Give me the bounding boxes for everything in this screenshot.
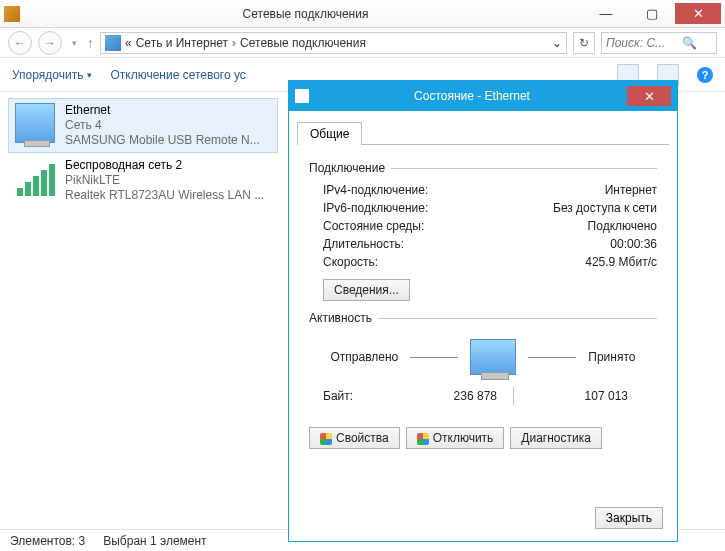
ethernet-icon: [15, 103, 55, 143]
tab-general[interactable]: Общие: [297, 122, 362, 145]
nav-up-icon[interactable]: ↑: [87, 35, 94, 51]
search-box[interactable]: 🔍: [601, 32, 717, 54]
bytes-received-value: 107 013: [530, 389, 628, 403]
nav-recent-button[interactable]: ▾: [68, 38, 81, 48]
connection-network: Сеть 4: [65, 118, 260, 133]
maximize-button[interactable]: ▢: [629, 3, 675, 24]
connection-name: Беспроводная сеть 2: [65, 158, 264, 173]
status-selection: Выбран 1 элемент: [103, 534, 206, 548]
speed-value: 425.9 Мбит/с: [585, 255, 657, 269]
breadcrumb-item-2[interactable]: Сетевые подключения: [240, 36, 366, 50]
status-count: Элементов: 3: [10, 534, 85, 548]
speed-label: Скорость:: [323, 255, 378, 269]
disable-button[interactable]: Отключить: [406, 427, 505, 449]
app-icon: [4, 6, 20, 22]
duration-label: Длительность:: [323, 237, 404, 251]
connection-network: PikNikLTE: [65, 173, 264, 188]
close-button[interactable]: ✕: [675, 3, 721, 24]
refresh-button[interactable]: ↻: [573, 32, 595, 54]
dialog-body: Подключение IPv4-подключение:Интернет IP…: [289, 145, 677, 459]
activity-icon: [470, 339, 516, 375]
sent-label: Отправлено: [331, 350, 399, 364]
diagnose-button[interactable]: Диагностика: [510, 427, 602, 449]
window-titlebar: Сетевые подключения — ▢ ✕: [0, 0, 725, 28]
breadcrumb-dropdown[interactable]: ⌄: [552, 36, 562, 50]
ipv4-value: Интернет: [605, 183, 657, 197]
connection-item-wireless[interactable]: Беспроводная сеть 2 PikNikLTE Realtek RT…: [8, 153, 278, 208]
disable-device-button[interactable]: Отключение сетевого ус: [110, 68, 245, 82]
wifi-icon: [15, 158, 55, 198]
search-input[interactable]: [606, 36, 678, 50]
ipv6-value: Без доступа к сети: [553, 201, 657, 215]
group-activity: Активность: [309, 311, 657, 325]
duration-value: 00:00:36: [610, 237, 657, 251]
media-label: Состояние среды:: [323, 219, 424, 233]
dialog-tabs: Общие: [297, 121, 669, 145]
nav-forward-button[interactable]: →: [38, 31, 62, 55]
media-value: Подключено: [588, 219, 657, 233]
ipv4-label: IPv4-подключение:: [323, 183, 428, 197]
close-dialog-button[interactable]: Закрыть: [595, 507, 663, 529]
connection-item-ethernet[interactable]: Ethernet Сеть 4 SAMSUNG Mobile USB Remot…: [8, 98, 278, 153]
breadcrumb[interactable]: « Сеть и Интернет › Сетевые подключения …: [100, 32, 567, 54]
breadcrumb-sep-1: ›: [232, 36, 236, 50]
minimize-button[interactable]: —: [583, 3, 629, 24]
bytes-sent-value: 236 878: [399, 389, 497, 403]
search-icon: 🔍: [682, 36, 697, 50]
ipv6-label: IPv6-подключение:: [323, 201, 428, 215]
help-icon[interactable]: ?: [697, 67, 713, 83]
bytes-label: Байт:: [323, 389, 399, 403]
connection-device: Realtek RTL8723AU Wireless LAN ...: [65, 188, 264, 203]
properties-button[interactable]: Свойства: [309, 427, 400, 449]
received-label: Принято: [588, 350, 635, 364]
window-title: Сетевые подключения: [28, 7, 583, 21]
dialog-title: Состояние - Ethernet: [317, 89, 627, 103]
details-button[interactable]: Сведения...: [323, 279, 410, 301]
breadcrumb-item-1[interactable]: Сеть и Интернет: [136, 36, 228, 50]
dialog-titlebar: Состояние - Ethernet ✕: [289, 81, 677, 111]
connection-device: SAMSUNG Mobile USB Remote N...: [65, 133, 260, 148]
nav-back-button[interactable]: ←: [8, 31, 32, 55]
address-bar: ← → ▾ ↑ « Сеть и Интернет › Сетевые подк…: [0, 28, 725, 58]
group-connection: Подключение: [309, 161, 657, 175]
shield-icon: [417, 433, 429, 445]
connection-name: Ethernet: [65, 103, 260, 118]
organize-menu[interactable]: Упорядочить: [12, 68, 92, 82]
breadcrumb-lead: «: [125, 36, 132, 50]
dialog-close-button[interactable]: ✕: [627, 86, 671, 106]
status-dialog: Состояние - Ethernet ✕ Общие Подключение…: [288, 80, 678, 542]
folder-icon: [105, 35, 121, 51]
shield-icon: [320, 433, 332, 445]
dialog-icon: [295, 89, 309, 103]
